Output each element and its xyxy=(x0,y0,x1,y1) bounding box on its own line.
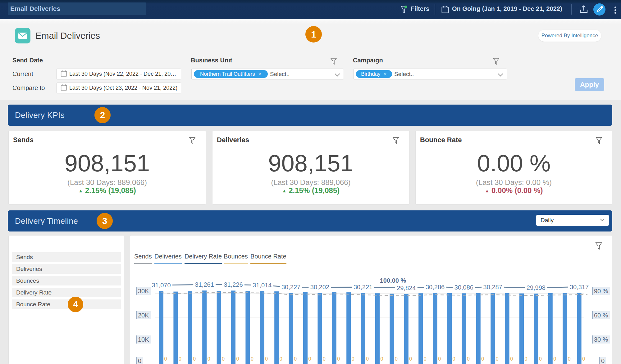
svg-text:0: 0 xyxy=(208,356,210,362)
svg-text:0: 0 xyxy=(366,356,369,362)
svg-text:29,824: 29,824 xyxy=(397,285,416,291)
svg-text:0: 0 xyxy=(280,356,282,362)
svg-text:0: 0 xyxy=(308,356,311,362)
svg-text:31,014: 31,014 xyxy=(253,282,272,289)
svg-text:30,317: 30,317 xyxy=(570,284,589,290)
svg-text:30,286: 30,286 xyxy=(426,284,445,290)
svg-text:0: 0 xyxy=(164,356,167,362)
svg-text:0: 0 xyxy=(294,356,297,362)
svg-text:30,287: 30,287 xyxy=(483,284,502,290)
svg-text:0: 0 xyxy=(510,356,513,362)
svg-text:0: 0 xyxy=(179,356,181,362)
svg-text:0: 0 xyxy=(481,356,484,362)
svg-text:30,086: 30,086 xyxy=(454,284,473,291)
svg-text:29,998: 29,998 xyxy=(527,284,546,291)
svg-text:0: 0 xyxy=(453,356,455,362)
svg-text:0: 0 xyxy=(323,356,326,362)
svg-text:31,070: 31,070 xyxy=(152,282,171,289)
svg-text:0: 0 xyxy=(352,356,354,362)
svg-text:0: 0 xyxy=(193,356,196,362)
svg-text:0: 0 xyxy=(467,356,470,362)
svg-text:0: 0 xyxy=(337,356,340,362)
svg-text:0: 0 xyxy=(381,356,383,362)
svg-text:0: 0 xyxy=(236,356,239,362)
svg-text:0: 0 xyxy=(568,356,571,362)
svg-text:0: 0 xyxy=(438,356,441,362)
svg-text:100.00 %: 100.00 % xyxy=(380,277,406,284)
svg-text:31,261: 31,261 xyxy=(195,281,214,288)
svg-text:0: 0 xyxy=(251,356,253,362)
svg-text:0: 0 xyxy=(222,356,225,362)
svg-text:30,221: 30,221 xyxy=(354,284,372,290)
svg-text:0: 0 xyxy=(525,356,527,362)
svg-text:0: 0 xyxy=(395,356,398,362)
svg-text:0: 0 xyxy=(424,356,427,362)
svg-text:0: 0 xyxy=(539,356,542,362)
svg-text:30,227: 30,227 xyxy=(281,284,300,290)
svg-text:0: 0 xyxy=(582,356,585,362)
svg-text:0: 0 xyxy=(409,356,412,362)
svg-text:0: 0 xyxy=(496,356,499,362)
svg-text:30,202: 30,202 xyxy=(310,284,329,290)
svg-text:31,226: 31,226 xyxy=(224,281,243,288)
svg-text:0: 0 xyxy=(265,356,268,362)
svg-text:0: 0 xyxy=(553,356,556,362)
